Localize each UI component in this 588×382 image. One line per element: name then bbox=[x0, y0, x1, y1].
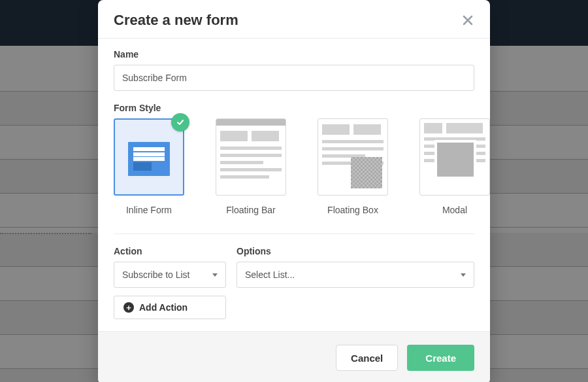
caret-down-icon bbox=[212, 273, 218, 277]
style-option-modal[interactable]: Modal bbox=[419, 118, 490, 215]
add-action-label: Add Action bbox=[139, 302, 188, 313]
create-button[interactable]: Create bbox=[407, 345, 474, 371]
action-select[interactable]: Subscribe to List bbox=[114, 262, 226, 288]
modal-header: Create a new form bbox=[98, 0, 490, 39]
action-select-value: Subscribe to List bbox=[122, 269, 190, 280]
options-select-placeholder: Select List... bbox=[245, 269, 295, 280]
create-form-modal: Create a new form Name Form Style bbox=[98, 0, 490, 382]
divider bbox=[114, 234, 474, 234]
cancel-button[interactable]: Cancel bbox=[336, 345, 398, 371]
close-icon bbox=[461, 14, 474, 27]
add-action-button[interactable]: Add Action bbox=[114, 296, 226, 319]
style-option-inline-form[interactable]: Inline Form bbox=[114, 118, 184, 215]
form-style-label: Form Style bbox=[114, 103, 474, 113]
style-option-label: Floating Bar bbox=[226, 205, 275, 215]
style-option-floating-box[interactable]: Floating Box bbox=[318, 118, 388, 215]
name-input[interactable] bbox=[114, 65, 474, 91]
options-select[interactable]: Select List... bbox=[237, 262, 474, 288]
plus-circle-icon bbox=[123, 302, 134, 313]
modal-title: Create a new form bbox=[114, 12, 238, 29]
style-option-label: Modal bbox=[442, 205, 467, 215]
form-style-options: Inline Form Floating Bar bbox=[114, 118, 474, 215]
check-icon bbox=[171, 113, 189, 131]
style-option-label: Floating Box bbox=[327, 205, 378, 215]
style-option-floating-bar[interactable]: Floating Bar bbox=[216, 118, 286, 215]
caret-down-icon bbox=[461, 273, 466, 277]
options-label: Options bbox=[237, 246, 474, 256]
close-button[interactable] bbox=[461, 14, 474, 27]
modal-footer: Cancel Create bbox=[98, 331, 490, 382]
modal-body: Name Form Style Inline Form bbox=[98, 39, 490, 331]
action-label: Action bbox=[114, 246, 226, 256]
name-label: Name bbox=[114, 49, 474, 60]
style-option-label: Inline Form bbox=[126, 205, 172, 215]
